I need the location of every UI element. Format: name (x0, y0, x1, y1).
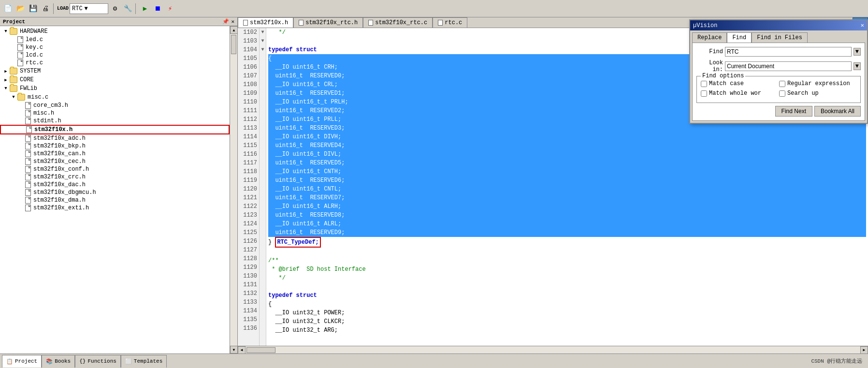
tree-item-stm32f10x_h[interactable]: stm32f10x.h (0, 125, 230, 134)
tree-item-stm32f10x_exti_h[interactable]: stm32f10x_exti.h (0, 204, 230, 212)
tree-item-stm32f10x_bkp_h[interactable]: stm32f10x_bkp.h (0, 142, 230, 150)
statusbar-tab-templates[interactable]: ⬜Templates (121, 355, 167, 368)
line-numbers: 1102110311041105110611071108110911101111… (238, 28, 260, 346)
checkbox-match-case[interactable] (701, 81, 707, 87)
file-icon-stm32f10x_cec_h (25, 158, 31, 165)
option-label: Match case (709, 80, 744, 87)
toolbar-new-btn[interactable]: 📄 (2, 3, 14, 15)
tree-item-fwlib[interactable]: ▼FWLib (0, 84, 230, 93)
tree-label-rtc_c: rtc.c (26, 59, 43, 66)
code-line-1135: __IO uint32_t CLKCR; (268, 317, 866, 326)
tree-item-stm32f10x_dma_h[interactable]: stm32f10x_dma.h (0, 196, 230, 204)
tree-item-stm32f10x_dbgmcu_h[interactable]: stm32f10x_dbgmcu.h (0, 189, 230, 196)
toolbar-btn-extra[interactable]: ⚙ (109, 3, 121, 15)
tree-item-stm32f10x_crc_h[interactable]: stm32f10x_crc.h (0, 173, 230, 181)
toolbar-target-dropdown[interactable]: RTC ▼ (70, 3, 108, 14)
find-row: Find ▼ (696, 47, 861, 57)
file-icon-misc_h (25, 110, 31, 117)
toolbar-btn4[interactable]: 🖨 (40, 3, 51, 15)
code-line-1121: uint16_t RESERVED7; (268, 193, 866, 202)
hscroll-left-btn[interactable]: ◀ (238, 346, 246, 354)
code-line-1113: uint16_t RESERVED3; (268, 124, 866, 132)
tree-expand-core[interactable]: ▶ (2, 76, 10, 84)
tree-item-core[interactable]: ▶CORE (0, 75, 230, 84)
tree-item-rtc_c[interactable]: rtc.c (0, 59, 230, 67)
checkbox-match-whole-wor[interactable] (701, 90, 707, 97)
tree-item-led_c[interactable]: led.c (0, 36, 230, 44)
tree-expand-hardware[interactable]: ▼ (2, 28, 10, 35)
tree-item-stm32f10x_dac_h[interactable]: stm32f10x_dac.h (0, 181, 230, 189)
tree-label-core: CORE (20, 76, 34, 83)
toolbar-btn-extra2[interactable]: 🔧 (122, 3, 133, 15)
project-scrollbar[interactable]: ▲ ▼ (230, 26, 237, 353)
fold-1128[interactable]: ▼ (260, 37, 266, 45)
tree-label-stm32f10x_dac_h: stm32f10x_dac.h (33, 181, 86, 188)
statusbar-tab-functions[interactable]: {}Functions (75, 355, 121, 368)
bookmark-all-btn[interactable]: Bookmark All (814, 106, 861, 117)
folder-icon-misc_c (17, 94, 25, 101)
hscroll-thumb[interactable] (246, 347, 275, 353)
toolbar-btn-run[interactable]: ▶ (139, 3, 151, 15)
tree-item-core_cm3_h[interactable]: core_cm3.h (0, 102, 230, 109)
checkbox-regular-expression[interactable] (779, 81, 785, 87)
tree-item-stm32f10x_cec_h[interactable]: stm32f10x_cec.h (0, 158, 230, 165)
tree-item-lcd_c[interactable]: lcd.c (0, 51, 230, 59)
fold-1133[interactable]: ▼ (260, 45, 266, 54)
line-num-1136: 1136 (240, 324, 257, 333)
scrollbar-up-btn[interactable]: ▲ (230, 26, 237, 34)
tab-icon-stm32f10x_rtc_c (368, 20, 373, 26)
find-options-section: Find options Match caseRegular expressio… (696, 76, 861, 103)
dialog-tab-replace[interactable]: Replace (692, 32, 727, 43)
tree-item-misc_h[interactable]: misc.h (0, 109, 230, 117)
dialog-tab-find-in-files[interactable]: Find in Files (752, 32, 808, 43)
dialog-close-icon[interactable]: ✕ (861, 22, 864, 29)
scrollbar-thumb[interactable] (231, 35, 236, 54)
tree-item-misc_c[interactable]: ▼misc.c (0, 93, 230, 102)
lookin-input[interactable] (725, 61, 852, 71)
tree-item-system[interactable]: ▶SYSTEM (0, 67, 230, 75)
tab-stm32f10x_h[interactable]: stm32f10x.h (238, 17, 293, 28)
tab-stm32f10x_rtc_c[interactable]: stm32f10x_rtc.c (363, 17, 433, 28)
tree-expand-system[interactable]: ▶ (2, 67, 10, 75)
toolbar-open-btn[interactable]: 📂 (14, 3, 26, 15)
project-panel-pin[interactable]: 📌 (222, 18, 229, 25)
hscroll-right-btn[interactable]: ▶ (860, 346, 868, 354)
lookin-dropdown-icon[interactable]: ▼ (854, 62, 861, 70)
find-next-btn[interactable]: Find Next (775, 106, 812, 117)
hscroll-track[interactable] (246, 346, 860, 353)
hscrollbar[interactable]: ◀ ▶ (238, 346, 868, 353)
file-icon-rtc_c (17, 59, 23, 66)
toolbar-btn-flash[interactable]: ⚡ (164, 3, 176, 15)
scrollbar-track[interactable] (230, 34, 237, 346)
lookin-row: Look in: ▼ (696, 59, 861, 73)
tree-label-core_cm3_h: core_cm3.h (33, 102, 68, 109)
tree-expand-fwlib[interactable]: ▼ (2, 85, 10, 92)
scrollbar-down-btn[interactable]: ▼ (230, 346, 237, 353)
tab-rtc_c[interactable]: rtc.c (433, 17, 467, 28)
find-input[interactable] (725, 47, 852, 57)
dialog-tab-find[interactable]: Find (727, 32, 752, 43)
toolbar-save-btn[interactable]: 💾 (27, 3, 39, 15)
tree-item-stm32f10x_can_h[interactable]: stm32f10x_can.h (0, 150, 230, 158)
checkbox-search-up[interactable] (779, 90, 785, 97)
statusbar-tab-books[interactable]: 📚Books (42, 355, 75, 368)
tree-item-stdint_h[interactable]: stdint.h (0, 117, 230, 125)
project-panel: Project 📌 ✕ ▼HARDWAREled.ckey.clcd.crtc.… (0, 17, 238, 353)
tab-label-stm32f10x_rtc_c: stm32f10x_rtc.c (375, 19, 427, 26)
tree-item-key_c[interactable]: key.c (0, 44, 230, 51)
tree-item-stm32f10x_conf_h[interactable]: stm32f10x_conf.h (0, 165, 230, 173)
statusbar-label-templates: Templates (134, 358, 162, 364)
line-num-1131: 1131 (240, 280, 257, 289)
find-dropdown-icon[interactable]: ▼ (854, 48, 861, 56)
tree-item-stm32f10x_adc_h[interactable]: stm32f10x_adc.h (0, 134, 230, 142)
project-panel-close[interactable]: ✕ (231, 18, 234, 25)
rtc-typedef-box: RTC_TypeDef; (275, 237, 320, 248)
toolbar-load-btn[interactable]: LOAD (57, 3, 69, 15)
tree-item-hardware[interactable]: ▼HARDWARE (0, 27, 230, 36)
statusbar-tab-project[interactable]: 📋Project (2, 355, 42, 368)
fold-1105[interactable]: ▼ (260, 28, 266, 37)
tab-stm32f10x_rtc_h[interactable]: stm32f10x_rtc.h (293, 17, 363, 28)
toolbar-btn-stop[interactable]: ⏹ (152, 3, 163, 15)
tree-expand-misc_c[interactable]: ▼ (10, 93, 17, 101)
file-icon-stm32f10x_adc_h (25, 135, 31, 142)
